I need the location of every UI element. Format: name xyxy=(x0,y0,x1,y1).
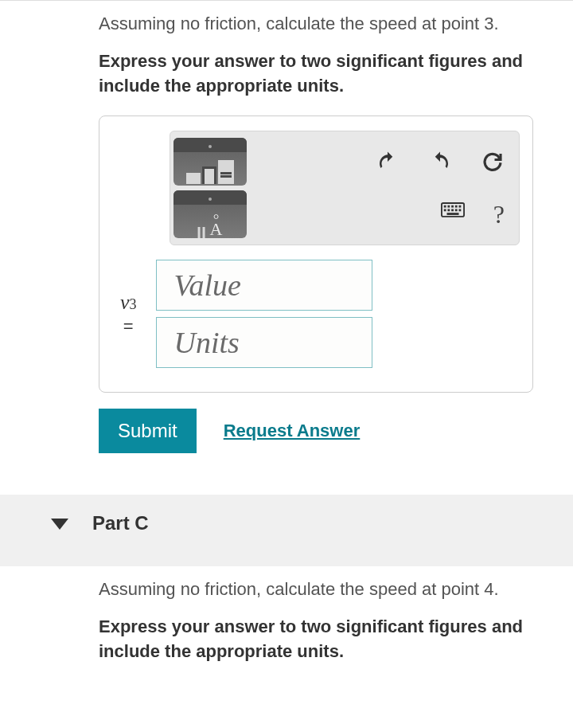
keyboard-icon[interactable] xyxy=(441,202,465,226)
svg-rect-10 xyxy=(458,209,461,212)
svg-rect-1 xyxy=(444,205,446,208)
svg-rect-2 xyxy=(447,205,450,208)
undo-icon[interactable] xyxy=(376,150,400,174)
svg-rect-4 xyxy=(455,205,458,208)
special-chars-button[interactable]: A xyxy=(173,190,247,238)
chevron-down-icon[interactable] xyxy=(51,519,68,530)
svg-rect-5 xyxy=(458,205,461,208)
reset-icon[interactable] xyxy=(481,150,505,174)
answer-entry-box: A xyxy=(99,115,533,393)
prompt-text: Assuming no friction, calculate the spee… xyxy=(99,12,533,37)
instruction-text: Express your answer to two significant f… xyxy=(99,49,533,99)
variable-label: v3 = xyxy=(120,292,137,335)
svg-rect-7 xyxy=(447,209,450,212)
part-c-header[interactable]: Part C xyxy=(0,495,573,566)
templates-button[interactable] xyxy=(173,138,247,186)
part-c-instruction: Express your answer to two significant f… xyxy=(99,615,533,664)
request-answer-link[interactable]: Request Answer xyxy=(224,421,361,441)
part-c-title: Part C xyxy=(92,512,149,534)
equation-toolbar: A xyxy=(170,131,520,245)
submit-button[interactable]: Submit xyxy=(99,409,197,453)
redo-icon[interactable] xyxy=(428,150,452,174)
svg-rect-6 xyxy=(444,209,446,212)
svg-rect-9 xyxy=(455,209,458,212)
units-input[interactable]: Units xyxy=(156,317,372,368)
value-input[interactable]: Value xyxy=(156,260,372,311)
svg-rect-11 xyxy=(446,213,458,216)
svg-rect-8 xyxy=(451,209,454,212)
svg-rect-3 xyxy=(451,205,454,208)
help-button[interactable]: ? xyxy=(493,200,505,229)
part-c-prompt: Assuming no friction, calculate the spee… xyxy=(99,577,533,602)
